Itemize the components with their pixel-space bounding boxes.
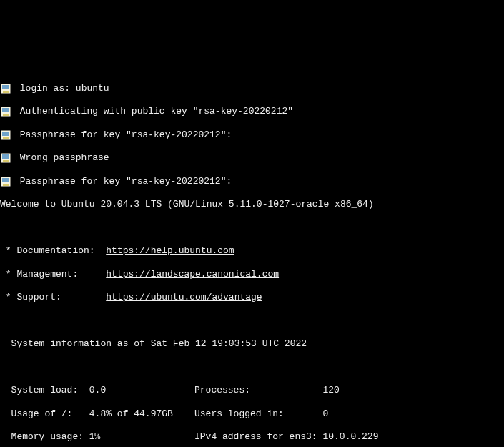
passphrase-text: Passphrase for key "rsa-key-20220212": — [14, 176, 232, 187]
passphrase-text: Passphrase for key "rsa-key-20220212": — [14, 129, 232, 141]
mgmt-label: * Management: — [0, 269, 106, 280]
management-link[interactable]: https://landscape.canonical.com — [106, 269, 279, 280]
auth-text: Authenticating with public key "rsa-key-… — [14, 106, 293, 117]
blank — [0, 222, 504, 234]
wrong-text: Wrong passphrase — [14, 152, 109, 164]
sysinfo-header: System information as of Sat Feb 12 19:0… — [0, 338, 504, 350]
login-user: ubuntu — [76, 83, 109, 94]
blank — [0, 315, 504, 327]
system-load: System load: 0.0 — [0, 385, 194, 396]
security-alert-icon — [0, 106, 11, 117]
passphrase-line-1: Passphrase for key "rsa-key-20220212": — [0, 129, 504, 141]
documentation-link[interactable]: https://help.ubuntu.com — [106, 245, 234, 256]
mgmt-link-line: * Management: https://landscape.canonica… — [0, 269, 504, 280]
sysinfo-row: System load: 0.0Processes: 120 — [0, 385, 504, 396]
passphrase-line-2: Passphrase for key "rsa-key-20220212": — [0, 176, 504, 187]
blank — [0, 362, 504, 373]
doc-label: * Documentation: — [0, 245, 106, 256]
auth-line: Authenticating with public key "rsa-key-… — [0, 106, 504, 117]
security-alert-icon — [0, 176, 11, 187]
doc-link-line: * Documentation: https://help.ubuntu.com — [0, 245, 504, 257]
sysinfo-row: Usage of /: 4.8% of 44.97GBUsers logged … — [0, 408, 504, 420]
sysinfo-row: Memory usage: 1%IPv4 address for ens3: 1… — [0, 431, 504, 443]
login-prompt: login as: — [14, 83, 76, 94]
security-alert-icon — [0, 83, 11, 94]
login-as-line: login as: ubuntu — [0, 83, 504, 94]
support-link-line: * Support: https://ubuntu.com/advantage — [0, 292, 504, 303]
sup-label: * Support: — [0, 292, 106, 303]
wrong-passphrase-line: Wrong passphrase — [0, 152, 504, 164]
security-alert-icon — [0, 129, 11, 141]
ipv4-address: IPv4 address for ens3: 10.0.0.229 — [194, 431, 378, 442]
support-link[interactable]: https://ubuntu.com/advantage — [106, 292, 262, 303]
processes: Processes: 120 — [194, 385, 340, 396]
users-logged-in: Users logged in: 0 — [194, 408, 328, 419]
security-alert-icon — [0, 152, 11, 164]
welcome-line: Welcome to Ubuntu 20.04.3 LTS (GNU/Linux… — [0, 199, 504, 210]
disk-usage: Usage of /: 4.8% of 44.97GB — [0, 408, 194, 420]
memory-usage: Memory usage: 1% — [0, 431, 194, 443]
